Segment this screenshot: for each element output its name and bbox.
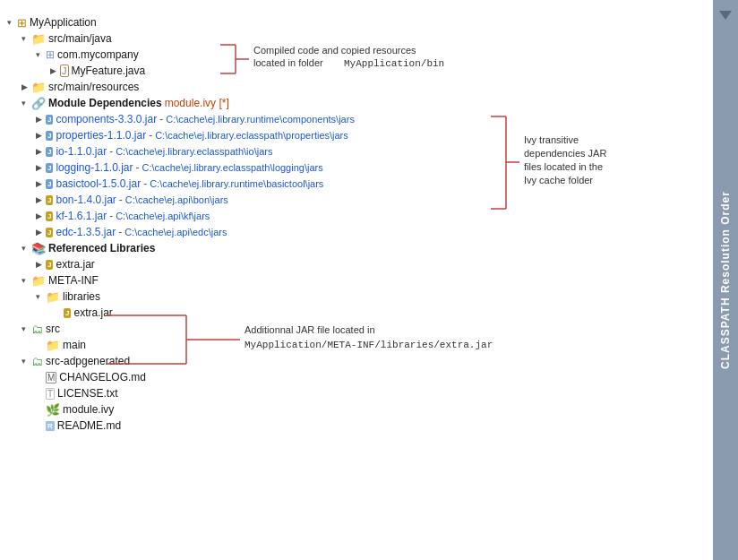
path-components-jar: C:\cache\ej.library.runtime\components\j… (166, 114, 355, 125)
icon-package: ⊞ (46, 48, 55, 61)
icon-folder-src: 🗂 (31, 323, 43, 336)
label-kf-jar: kf-1.6.1.jar (56, 210, 107, 222)
path-edc-jar: C:\cache\ej.api\edc\jars (124, 227, 227, 237)
toggle-kf-jar[interactable]: ▶ (36, 211, 45, 220)
label-src: src (46, 323, 60, 335)
label-com-mycompany: com.mycompany (57, 48, 139, 61)
dash-components: - (159, 113, 163, 125)
icon-module-dep: 🔗 (31, 97, 46, 110)
path-kf-jar: C:\cache\ej.api\kf\jars (116, 211, 210, 221)
icon-readme: R (46, 421, 55, 431)
label-changelog: CHANGELOG.md (59, 371, 146, 383)
label-module-ivy: module.ivy [*] (165, 97, 229, 109)
icon-jar-basictool: J (46, 179, 53, 189)
toggle-src-main-java[interactable]: ▾ (21, 34, 30, 43)
tree-row-components-jar: ▶ J components-3.3.0.jar - C:\cache\ej.l… (7, 111, 706, 127)
dash-io: - (109, 145, 113, 158)
label-bon-jar: bon-1.4.0.jar (56, 194, 116, 206)
dash-logging: - (136, 161, 140, 174)
label-extra-jar-folder: extra.jar (73, 306, 112, 319)
toggle-extra-jar-ref[interactable]: ▶ (36, 260, 45, 269)
icon-folder-meta-inf: 📁 (31, 274, 46, 288)
toggle-module-deps[interactable]: ▾ (21, 99, 30, 108)
tree-row-src-main-resources: ▶ 📁 src/main/resources (7, 79, 706, 95)
toggle-src-main-resources[interactable]: ▶ (21, 82, 30, 91)
dash-basictool: - (143, 177, 147, 190)
label-extra-jar-ref: extra.jar (56, 258, 94, 271)
icon-jar-logging: J (46, 163, 53, 173)
label-properties-jar: properties-1.1.0.jar (56, 129, 146, 142)
tree-row-ref-libs: ▾ 📚 Referenced Libraries (7, 240, 706, 256)
label-logging-jar: logging-1.1.0.jar (56, 161, 133, 174)
path-properties-jar: C:\cache\ej.library.eclasspath\propertie… (155, 130, 348, 141)
tree-row-edc-jar: ▶ J edc-1.3.5.jar - C:\cache\ej.api\edc\… (7, 224, 706, 240)
label-module-deps: Module Dependencies (48, 97, 162, 109)
toggle-properties-jar[interactable]: ▶ (36, 131, 45, 140)
sidebar-label: CLASSPATH Resolution Order (719, 191, 732, 369)
tree-row-io-jar: ▶ J io-1.1.0.jar - C:\cache\ej.library.e… (7, 143, 706, 159)
icon-jar-bon: J (46, 195, 53, 205)
icon-ref-libs: 📚 (31, 242, 46, 255)
icon-java: J (60, 65, 69, 77)
main-content: ▾ ⊞ MyApplication ▾ 📁 src/main/java ▾ ⊞ … (0, 0, 713, 560)
tree-row-readme: R README.md (7, 418, 706, 434)
label-edc-jar: edc-1.3.5.jar (56, 226, 116, 238)
label-libraries: libraries (63, 290, 100, 303)
label-basictool-jar: basictool-1.5.0.jar (56, 177, 141, 190)
toggle-basictool-jar[interactable]: ▶ (36, 179, 45, 188)
tree-row-libraries: ▾ 📁 libraries (7, 289, 706, 305)
icon-jar-edc: J (46, 228, 53, 237)
toggle-libraries[interactable]: ▾ (36, 292, 45, 301)
tree-row-src-main-java: ▾ 📁 src/main/java (7, 30, 706, 47)
label-components-jar: components-3.3.0.jar (56, 113, 157, 125)
icon-jar-kf: J (46, 211, 53, 221)
tree-row-src: ▾ 🗂 src (7, 321, 706, 337)
tree-row-license: T LICENSE.txt (7, 385, 706, 401)
toggle-io-jar[interactable]: ▶ (36, 147, 45, 156)
toggle-ref-libs[interactable]: ▾ (21, 244, 30, 253)
tree-row-module-ivy: 🌿 module.ivy (7, 401, 706, 418)
path-basictool-jar: C:\cache\ej.library.runtime\basictool\ja… (150, 178, 323, 189)
toggle-com-mycompany[interactable]: ▾ (36, 50, 45, 59)
tree-row-myfeature: ▶ J MyFeature.java (7, 63, 706, 79)
dash-properties: - (149, 129, 152, 142)
sidebar: CLASSPATH Resolution Order (713, 0, 738, 560)
label-src-main-resources: src/main/resources (48, 81, 139, 93)
tree-row-module-deps: ▾ 🔗 Module Dependencies module.ivy [*] (7, 95, 706, 111)
path-logging-jar: C:\cache\ej.library.eclasspath\logging\j… (142, 162, 323, 173)
toggle-bon-jar[interactable]: ▶ (36, 195, 45, 204)
toggle-src-adpgenerated[interactable]: ▾ (21, 357, 30, 366)
label-main: main (63, 339, 86, 351)
toggle-meta-inf[interactable]: ▾ (21, 276, 30, 285)
tree-row-main: 📁 main (7, 337, 706, 353)
toggle-src[interactable]: ▾ (21, 324, 30, 333)
tree-row-meta-inf: ▾ 📁 META-INF (7, 272, 706, 289)
label-ref-libs: Referenced Libraries (48, 242, 155, 254)
label-myfeature: MyFeature.java (72, 65, 146, 77)
tree-row-com-mycompany: ▾ ⊞ com.mycompany (7, 47, 706, 63)
tree-row-kf-jar: ▶ J kf-1.6.1.jar - C:\cache\ej.api\kf\ja… (7, 208, 706, 224)
path-io-jar: C:\cache\ej.library.eclasspath\io\jars (116, 146, 272, 157)
tree-row-changelog: M CHANGELOG.md (7, 369, 706, 385)
label-license: LICENSE.txt (57, 387, 117, 400)
label-src-adpgenerated: src-adpgenerated (46, 355, 130, 367)
toggle-myapp[interactable]: ▾ (7, 18, 16, 27)
toggle-myfeature[interactable]: ▶ (50, 66, 59, 75)
icon-folder-resources: 📁 (31, 81, 46, 94)
label-readme: README.md (57, 419, 121, 432)
icon-folder-src-java: 📁 (31, 32, 46, 46)
label-io-jar: io-1.1.0.jar (56, 145, 107, 158)
icon-ivy: 🌿 (46, 403, 60, 417)
toggle-components-jar[interactable]: ▶ (36, 115, 45, 124)
tree-row-properties-jar: ▶ J properties-1.1.0.jar - C:\cache\ej.l… (7, 127, 706, 143)
tree-row-logging-jar: ▶ J logging-1.1.0.jar - C:\cache\ej.libr… (7, 159, 706, 176)
dash-bon: - (119, 194, 123, 206)
toggle-edc-jar[interactable]: ▶ (36, 228, 45, 237)
icon-jar-components: J (46, 115, 53, 125)
label-meta-inf: META-INF (48, 274, 99, 287)
toggle-logging-jar[interactable]: ▶ (36, 163, 45, 172)
icon-folder-src-adp: 🗂 (31, 355, 43, 368)
tree-row-extra-jar-ref: ▶ J extra.jar (7, 256, 706, 272)
icon-folder-main: 📁 (46, 339, 60, 352)
sidebar-arrow-icon (719, 11, 732, 20)
